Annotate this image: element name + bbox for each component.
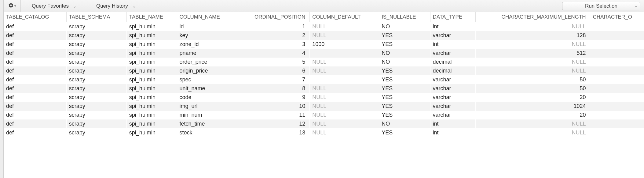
table-cell: scrapy xyxy=(66,111,126,119)
table-cell: int xyxy=(430,22,476,31)
table-cell: varchar xyxy=(430,31,476,40)
table-cell: def xyxy=(4,75,66,84)
chevron-down-icon: ⌄ xyxy=(635,4,638,8)
table-cell: spi_huimin xyxy=(126,40,177,49)
table-cell xyxy=(590,66,644,75)
query-history-label: Query History xyxy=(96,3,128,9)
table-cell: spi_huimin xyxy=(126,22,177,31)
column-header[interactable]: IS_NULLABLE xyxy=(379,12,430,22)
table-cell xyxy=(590,75,644,84)
table-cell: NULL xyxy=(476,40,590,49)
table-row[interactable]: defscrapyspi_huiminid1NULLNOintNULL xyxy=(4,22,644,31)
table-cell: NO xyxy=(379,119,430,128)
table-cell: 128 xyxy=(476,31,590,40)
table-cell: NULL xyxy=(476,128,590,137)
table-row[interactable]: defscrapyspi_huiminstock13NULLYESintNULL xyxy=(4,128,644,137)
table-cell xyxy=(590,102,644,111)
table-cell: order_price xyxy=(177,58,238,66)
table-cell xyxy=(590,49,644,58)
table-cell: def xyxy=(4,128,66,137)
table-cell: def xyxy=(4,66,66,75)
table-cell: def xyxy=(4,22,66,31)
table-cell: NULL xyxy=(310,93,379,102)
table-cell: 13 xyxy=(238,128,310,137)
table-cell: spi_huimin xyxy=(126,84,177,93)
table-cell: YES xyxy=(379,102,430,111)
table-cell xyxy=(590,58,644,66)
table-cell: YES xyxy=(379,75,430,84)
table-cell: scrapy xyxy=(66,75,126,84)
table-cell: def xyxy=(4,84,66,93)
column-header[interactable]: DATA_TYPE xyxy=(430,12,476,22)
table-cell: scrapy xyxy=(66,22,126,31)
table-cell: 1024 xyxy=(476,102,590,111)
table-cell: NULL xyxy=(310,84,379,93)
table-cell: def xyxy=(4,40,66,49)
column-header[interactable]: CHARACTER_O xyxy=(590,12,644,22)
table-cell: scrapy xyxy=(66,84,126,93)
table-cell: NULL xyxy=(310,102,379,111)
table-cell: 7 xyxy=(238,75,310,84)
query-favorites-menu[interactable]: Query Favorites ⌄ xyxy=(21,0,85,12)
table-cell: int xyxy=(430,119,476,128)
table-cell: spec xyxy=(177,75,238,84)
table-cell: 8 xyxy=(238,84,310,93)
table-cell: NULL xyxy=(310,31,379,40)
table-cell: 1 xyxy=(238,22,310,31)
table-cell: varchar xyxy=(430,93,476,102)
table-cell: NULL xyxy=(476,66,590,75)
table-cell xyxy=(310,75,379,84)
table-cell: 2 xyxy=(238,31,310,40)
run-selection-button[interactable]: Run Selection ⌄ xyxy=(562,2,640,10)
table-cell: scrapy xyxy=(66,40,126,49)
table-cell: YES xyxy=(379,40,430,49)
table-cell: spi_huimin xyxy=(126,49,177,58)
table-cell: pname xyxy=(177,49,238,58)
run-selection-label: Run Selection xyxy=(585,3,617,9)
table-row[interactable]: defscrapyspi_huiminkey2NULLYESvarchar128 xyxy=(4,31,644,40)
table-cell: YES xyxy=(379,84,430,93)
query-history-menu[interactable]: Query History ⌄ xyxy=(85,0,145,12)
table-cell: int xyxy=(430,128,476,137)
table-row[interactable]: defscrapyspi_huiminzone_id31000YESintNUL… xyxy=(4,40,644,49)
table-cell: YES xyxy=(379,111,430,119)
table-row[interactable]: defscrapyspi_huiminimg_url10NULLYESvarch… xyxy=(4,102,644,111)
column-header[interactable]: COLUMN_NAME xyxy=(177,12,238,22)
table-row[interactable]: defscrapyspi_huiminorigin_price6NULLYESd… xyxy=(4,66,644,75)
table-cell: 9 xyxy=(238,93,310,102)
table-cell: spi_huimin xyxy=(126,75,177,84)
table-cell: scrapy xyxy=(66,31,126,40)
table-cell: YES xyxy=(379,93,430,102)
table-cell: min_num xyxy=(177,111,238,119)
table-cell: def xyxy=(4,111,66,119)
table-cell: origin_price xyxy=(177,66,238,75)
table-cell: unit_name xyxy=(177,84,238,93)
column-header[interactable]: COLUMN_DEFAULT xyxy=(310,12,379,22)
table-cell: int xyxy=(430,40,476,49)
table-row[interactable]: defscrapyspi_huimincode9NULLYESvarchar20 xyxy=(4,93,644,102)
table-cell xyxy=(590,40,644,49)
table-row[interactable]: defscrapyspi_huiminorder_price5NULLNOdec… xyxy=(4,58,644,66)
table-row[interactable]: defscrapyspi_huiminspec7YESvarchar50 xyxy=(4,75,644,84)
table-cell: NULL xyxy=(476,22,590,31)
table-cell: NO xyxy=(379,22,430,31)
table-cell xyxy=(590,119,644,128)
table-row[interactable]: defscrapyspi_huiminpname4NOvarchar512 xyxy=(4,49,644,58)
table-cell: scrapy xyxy=(66,49,126,58)
table-row[interactable]: defscrapyspi_huiminmin_num11NULLYESvarch… xyxy=(4,111,644,119)
column-header[interactable]: TABLE_SCHEMA xyxy=(66,12,126,22)
table-cell: NO xyxy=(379,49,430,58)
table-cell: scrapy xyxy=(66,128,126,137)
table-cell: def xyxy=(4,93,66,102)
column-header[interactable]: CHARACTER_MAXIMUM_LENGTH xyxy=(476,12,590,22)
column-header[interactable]: TABLE_CATALOG xyxy=(4,12,66,22)
column-header[interactable]: TABLE_NAME xyxy=(126,12,177,22)
table-cell xyxy=(310,49,379,58)
table-row[interactable]: defscrapyspi_huiminunit_name8NULLYESvarc… xyxy=(4,84,644,93)
table-cell: spi_huimin xyxy=(126,128,177,137)
settings-menu-button[interactable]: ▾ xyxy=(4,0,21,12)
column-header[interactable]: ORDINAL_POSITION xyxy=(238,12,310,22)
table-row[interactable]: defscrapyspi_huiminfetch_time12NULLNOint… xyxy=(4,119,644,128)
table-cell: 50 xyxy=(476,75,590,84)
table-cell: varchar xyxy=(430,84,476,93)
